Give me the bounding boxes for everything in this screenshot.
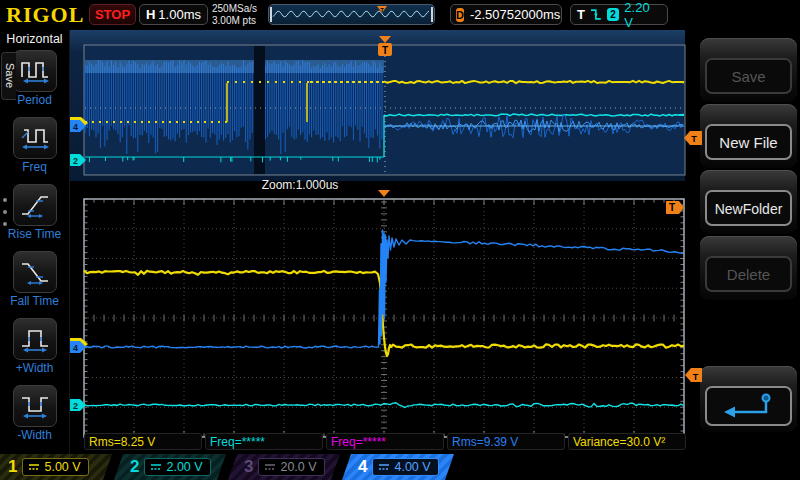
sidebar-item-fall-time[interactable]: Fall Time: [0, 250, 69, 317]
trigger-position-marker[interactable]: T: [378, 36, 392, 56]
channel-scale: 20.0 V: [280, 460, 316, 474]
acquisition-info: 250MSa/s 3.00M pts: [212, 3, 268, 27]
channel-number: 1: [8, 457, 17, 477]
dc-coupling-icon: [150, 462, 162, 472]
run-state-indicator[interactable]: STOP: [89, 4, 136, 25]
channel-3-block[interactable]: 3 20.0 V: [228, 454, 340, 480]
preview-waveform-icon: T: [269, 5, 434, 24]
sidebar-item-label: Period: [17, 93, 52, 107]
memory-depth: 3.00M pts: [212, 15, 268, 27]
overview-waveform-window[interactable]: TT42: [70, 30, 702, 180]
delay-box[interactable]: D -2.50752000ms: [450, 4, 562, 25]
svg-text:4: 4: [73, 343, 78, 353]
svg-text:2: 2: [73, 156, 78, 166]
trigger-box[interactable]: T 2 2.20 V: [570, 4, 668, 25]
sidebar-item-label: Freq: [22, 160, 47, 174]
channel-scale: 2.00 V: [166, 460, 202, 474]
channel-bar: 1 5.00 V 2 2.00 V 3 20.0 V 4: [0, 454, 800, 480]
sidebar-item-plus-width[interactable]: +Width: [0, 317, 69, 384]
channel-1-block[interactable]: 1 5.00 V: [0, 454, 112, 480]
delay-value: -2.50752000ms: [470, 7, 560, 22]
dc-coupling-icon: [28, 462, 40, 472]
svg-text:4: 4: [73, 122, 78, 132]
svg-text:T: T: [691, 134, 697, 144]
return-arrow-icon: [720, 391, 778, 421]
sidebar-item-label: -Width: [17, 428, 52, 442]
delay-badge: D: [456, 8, 464, 22]
svg-text:2: 2: [73, 401, 78, 411]
timebase-value: 1.00ms: [158, 7, 201, 22]
sidebar-item-label: Fall Time: [10, 294, 59, 308]
sidebar-item-label: +Width: [16, 361, 54, 375]
rise-time-icon: [20, 192, 50, 219]
save-button[interactable]: Save: [705, 58, 792, 94]
channel-scale: 4.00 V: [394, 460, 430, 474]
sidebar-title: Horizontal: [0, 30, 69, 49]
channel-number: 2: [130, 457, 139, 477]
new-file-button[interactable]: New File: [705, 124, 792, 160]
svg-text:T: T: [382, 45, 388, 56]
measurement-freq-ch2[interactable]: Freq=*****: [205, 433, 323, 450]
channel-2-block[interactable]: 2 2.00 V: [114, 454, 226, 480]
sidebar-item-rise-time[interactable]: Rise Time: [0, 183, 69, 250]
trigger-label: T: [577, 7, 585, 22]
freq-icon: [20, 125, 50, 152]
channel-4-block[interactable]: 4 4.00 V: [342, 454, 454, 480]
sidebar-item-minus-width[interactable]: -Width: [0, 384, 69, 451]
measurement-freq-ch3[interactable]: Freq=*****: [326, 433, 444, 450]
plus-width-icon: [20, 326, 50, 353]
dc-coupling-icon: [378, 462, 390, 472]
sidebar-item-freq[interactable]: Freq: [0, 116, 69, 183]
delete-button[interactable]: Delete: [705, 256, 792, 292]
measurement-rms-ch4[interactable]: Rms=9.39 V: [447, 433, 565, 450]
menu-page-dots: [3, 198, 7, 226]
horizontal-label: H: [146, 7, 155, 22]
display-area: TT42 Zoom:1.000us TT42 Rms=8.25 V Freq=*…: [70, 30, 685, 454]
channel-number: 4: [358, 457, 367, 477]
measurement-bar: Rms=8.25 V Freq=***** Freq=***** Rms=9.3…: [84, 433, 686, 450]
minus-width-icon: [20, 393, 50, 420]
soft-menu-column: Save New File NewFolder Delete: [685, 0, 800, 480]
sample-rate: 250MSa/s: [212, 3, 268, 15]
sidebar-item-label: Rise Time: [8, 227, 61, 241]
waveform-preview[interactable]: T: [268, 4, 435, 25]
trigger-level-value: 2.20 V: [624, 0, 661, 30]
measurement-rms-ch1[interactable]: Rms=8.25 V: [84, 433, 202, 450]
back-button[interactable]: [705, 386, 792, 426]
measurement-variance[interactable]: Variance=30.0 V²: [568, 433, 686, 450]
falling-edge-icon: [590, 8, 602, 21]
period-icon: [20, 58, 50, 85]
channel-scale: 5.00 V: [44, 460, 80, 474]
zoom-scale-label: Zoom:1.000us: [220, 178, 380, 192]
oscilloscope-screen: RIGOL STOP H 1.00ms 250MSa/s 3.00M pts T…: [0, 0, 800, 480]
top-status-bar: RIGOL STOP H 1.00ms 250MSa/s 3.00M pts T…: [0, 0, 800, 30]
fall-time-icon: [20, 259, 50, 286]
svg-text:T: T: [669, 202, 675, 213]
svg-text:T: T: [693, 372, 699, 382]
timebase-box[interactable]: H 1.00ms: [139, 4, 208, 25]
trigger-level-marker[interactable]: T: [684, 131, 702, 145]
menu-title-tab: Save: [1, 52, 16, 100]
dc-coupling-icon: [264, 462, 276, 472]
trigger-source-badge: 2: [607, 8, 620, 21]
rigol-logo: RIGOL: [6, 2, 84, 28]
new-folder-button[interactable]: NewFolder: [705, 190, 792, 226]
zoom-trigger-level-marker[interactable]: T: [685, 368, 702, 382]
zoom-waveform-window[interactable]: TT42: [70, 186, 702, 454]
svg-text:T: T: [380, 7, 384, 13]
channel-number: 3: [244, 457, 253, 477]
